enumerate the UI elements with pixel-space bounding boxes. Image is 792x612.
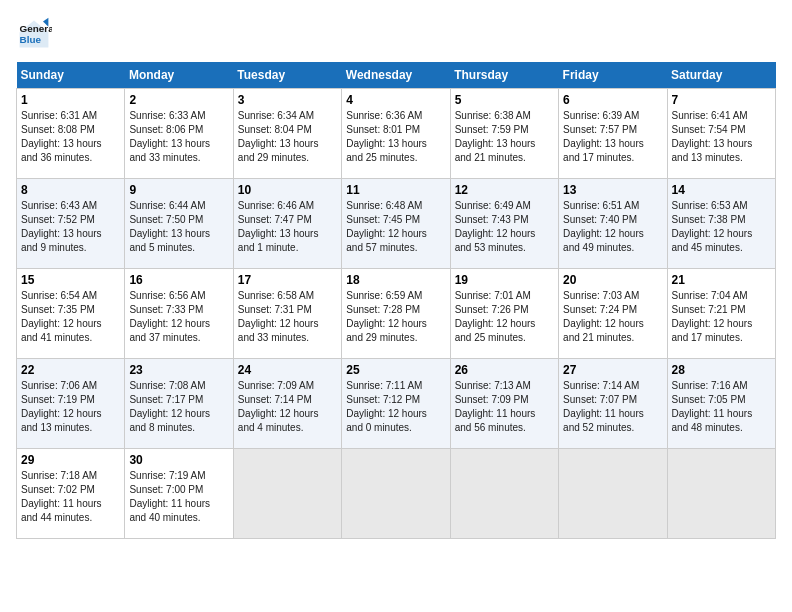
- logo-icon: General Blue: [16, 16, 52, 52]
- calendar-cell: 20 Sunrise: 7:03 AM Sunset: 7:24 PM Dayl…: [559, 269, 667, 359]
- calendar-table: SundayMondayTuesdayWednesdayThursdayFrid…: [16, 62, 776, 539]
- calendar-week-row: 22 Sunrise: 7:06 AM Sunset: 7:19 PM Dayl…: [17, 359, 776, 449]
- day-number: 28: [672, 363, 771, 377]
- calendar-cell: 23 Sunrise: 7:08 AM Sunset: 7:17 PM Dayl…: [125, 359, 233, 449]
- day-content: Sunrise: 7:11 AM Sunset: 7:12 PM Dayligh…: [346, 379, 445, 435]
- page-header: General Blue: [16, 16, 776, 52]
- calendar-cell: 5 Sunrise: 6:38 AM Sunset: 7:59 PM Dayli…: [450, 89, 558, 179]
- day-number: 14: [672, 183, 771, 197]
- day-number: 16: [129, 273, 228, 287]
- day-content: Sunrise: 6:56 AM Sunset: 7:33 PM Dayligh…: [129, 289, 228, 345]
- day-content: Sunrise: 6:49 AM Sunset: 7:43 PM Dayligh…: [455, 199, 554, 255]
- day-content: Sunrise: 7:14 AM Sunset: 7:07 PM Dayligh…: [563, 379, 662, 435]
- day-number: 24: [238, 363, 337, 377]
- calendar-cell: 6 Sunrise: 6:39 AM Sunset: 7:57 PM Dayli…: [559, 89, 667, 179]
- weekday-header: Thursday: [450, 62, 558, 89]
- day-content: Sunrise: 6:38 AM Sunset: 7:59 PM Dayligh…: [455, 109, 554, 165]
- day-content: Sunrise: 6:44 AM Sunset: 7:50 PM Dayligh…: [129, 199, 228, 255]
- calendar-cell: 1 Sunrise: 6:31 AM Sunset: 8:08 PM Dayli…: [17, 89, 125, 179]
- day-number: 6: [563, 93, 662, 107]
- day-number: 5: [455, 93, 554, 107]
- weekday-header: Saturday: [667, 62, 775, 89]
- calendar-cell: 27 Sunrise: 7:14 AM Sunset: 7:07 PM Dayl…: [559, 359, 667, 449]
- calendar-cell: 18 Sunrise: 6:59 AM Sunset: 7:28 PM Dayl…: [342, 269, 450, 359]
- calendar-cell: [450, 449, 558, 539]
- calendar-cell: 30 Sunrise: 7:19 AM Sunset: 7:00 PM Dayl…: [125, 449, 233, 539]
- day-number: 1: [21, 93, 120, 107]
- day-number: 18: [346, 273, 445, 287]
- calendar-cell: [233, 449, 341, 539]
- day-content: Sunrise: 6:39 AM Sunset: 7:57 PM Dayligh…: [563, 109, 662, 165]
- weekday-header: Monday: [125, 62, 233, 89]
- day-number: 21: [672, 273, 771, 287]
- weekday-header: Tuesday: [233, 62, 341, 89]
- weekday-header: Friday: [559, 62, 667, 89]
- calendar-cell: 8 Sunrise: 6:43 AM Sunset: 7:52 PM Dayli…: [17, 179, 125, 269]
- calendar-cell: [667, 449, 775, 539]
- day-content: Sunrise: 6:48 AM Sunset: 7:45 PM Dayligh…: [346, 199, 445, 255]
- calendar-cell: 22 Sunrise: 7:06 AM Sunset: 7:19 PM Dayl…: [17, 359, 125, 449]
- logo: General Blue: [16, 16, 56, 52]
- calendar-cell: [342, 449, 450, 539]
- day-content: Sunrise: 7:03 AM Sunset: 7:24 PM Dayligh…: [563, 289, 662, 345]
- calendar-cell: 10 Sunrise: 6:46 AM Sunset: 7:47 PM Dayl…: [233, 179, 341, 269]
- day-content: Sunrise: 6:46 AM Sunset: 7:47 PM Dayligh…: [238, 199, 337, 255]
- day-number: 22: [21, 363, 120, 377]
- weekday-header: Wednesday: [342, 62, 450, 89]
- day-number: 20: [563, 273, 662, 287]
- calendar-cell: 16 Sunrise: 6:56 AM Sunset: 7:33 PM Dayl…: [125, 269, 233, 359]
- calendar-cell: 3 Sunrise: 6:34 AM Sunset: 8:04 PM Dayli…: [233, 89, 341, 179]
- day-content: Sunrise: 7:19 AM Sunset: 7:00 PM Dayligh…: [129, 469, 228, 525]
- day-content: Sunrise: 7:01 AM Sunset: 7:26 PM Dayligh…: [455, 289, 554, 345]
- day-number: 27: [563, 363, 662, 377]
- calendar-cell: 11 Sunrise: 6:48 AM Sunset: 7:45 PM Dayl…: [342, 179, 450, 269]
- calendar-cell: 4 Sunrise: 6:36 AM Sunset: 8:01 PM Dayli…: [342, 89, 450, 179]
- day-content: Sunrise: 6:59 AM Sunset: 7:28 PM Dayligh…: [346, 289, 445, 345]
- day-content: Sunrise: 7:08 AM Sunset: 7:17 PM Dayligh…: [129, 379, 228, 435]
- calendar-week-row: 1 Sunrise: 6:31 AM Sunset: 8:08 PM Dayli…: [17, 89, 776, 179]
- day-number: 7: [672, 93, 771, 107]
- calendar-cell: 26 Sunrise: 7:13 AM Sunset: 7:09 PM Dayl…: [450, 359, 558, 449]
- weekday-header: Sunday: [17, 62, 125, 89]
- calendar-cell: 15 Sunrise: 6:54 AM Sunset: 7:35 PM Dayl…: [17, 269, 125, 359]
- day-number: 12: [455, 183, 554, 197]
- day-content: Sunrise: 6:34 AM Sunset: 8:04 PM Dayligh…: [238, 109, 337, 165]
- calendar-cell: 25 Sunrise: 7:11 AM Sunset: 7:12 PM Dayl…: [342, 359, 450, 449]
- calendar-cell: 17 Sunrise: 6:58 AM Sunset: 7:31 PM Dayl…: [233, 269, 341, 359]
- day-number: 29: [21, 453, 120, 467]
- calendar-cell: 13 Sunrise: 6:51 AM Sunset: 7:40 PM Dayl…: [559, 179, 667, 269]
- day-content: Sunrise: 6:54 AM Sunset: 7:35 PM Dayligh…: [21, 289, 120, 345]
- calendar-cell: 28 Sunrise: 7:16 AM Sunset: 7:05 PM Dayl…: [667, 359, 775, 449]
- day-content: Sunrise: 6:31 AM Sunset: 8:08 PM Dayligh…: [21, 109, 120, 165]
- day-content: Sunrise: 7:13 AM Sunset: 7:09 PM Dayligh…: [455, 379, 554, 435]
- day-content: Sunrise: 6:53 AM Sunset: 7:38 PM Dayligh…: [672, 199, 771, 255]
- calendar-cell: 21 Sunrise: 7:04 AM Sunset: 7:21 PM Dayl…: [667, 269, 775, 359]
- day-content: Sunrise: 7:16 AM Sunset: 7:05 PM Dayligh…: [672, 379, 771, 435]
- day-content: Sunrise: 6:41 AM Sunset: 7:54 PM Dayligh…: [672, 109, 771, 165]
- day-content: Sunrise: 6:43 AM Sunset: 7:52 PM Dayligh…: [21, 199, 120, 255]
- calendar-cell: 24 Sunrise: 7:09 AM Sunset: 7:14 PM Dayl…: [233, 359, 341, 449]
- day-number: 26: [455, 363, 554, 377]
- weekday-header-row: SundayMondayTuesdayWednesdayThursdayFrid…: [17, 62, 776, 89]
- calendar-cell: 29 Sunrise: 7:18 AM Sunset: 7:02 PM Dayl…: [17, 449, 125, 539]
- day-number: 10: [238, 183, 337, 197]
- calendar-cell: 7 Sunrise: 6:41 AM Sunset: 7:54 PM Dayli…: [667, 89, 775, 179]
- day-number: 4: [346, 93, 445, 107]
- day-content: Sunrise: 6:58 AM Sunset: 7:31 PM Dayligh…: [238, 289, 337, 345]
- day-content: Sunrise: 7:04 AM Sunset: 7:21 PM Dayligh…: [672, 289, 771, 345]
- day-number: 15: [21, 273, 120, 287]
- day-number: 25: [346, 363, 445, 377]
- day-number: 19: [455, 273, 554, 287]
- calendar-week-row: 29 Sunrise: 7:18 AM Sunset: 7:02 PM Dayl…: [17, 449, 776, 539]
- calendar-cell: 19 Sunrise: 7:01 AM Sunset: 7:26 PM Dayl…: [450, 269, 558, 359]
- day-number: 9: [129, 183, 228, 197]
- day-number: 8: [21, 183, 120, 197]
- day-content: Sunrise: 7:18 AM Sunset: 7:02 PM Dayligh…: [21, 469, 120, 525]
- day-content: Sunrise: 7:09 AM Sunset: 7:14 PM Dayligh…: [238, 379, 337, 435]
- day-number: 3: [238, 93, 337, 107]
- day-content: Sunrise: 6:36 AM Sunset: 8:01 PM Dayligh…: [346, 109, 445, 165]
- calendar-cell: 9 Sunrise: 6:44 AM Sunset: 7:50 PM Dayli…: [125, 179, 233, 269]
- day-number: 13: [563, 183, 662, 197]
- calendar-cell: 14 Sunrise: 6:53 AM Sunset: 7:38 PM Dayl…: [667, 179, 775, 269]
- calendar-cell: 2 Sunrise: 6:33 AM Sunset: 8:06 PM Dayli…: [125, 89, 233, 179]
